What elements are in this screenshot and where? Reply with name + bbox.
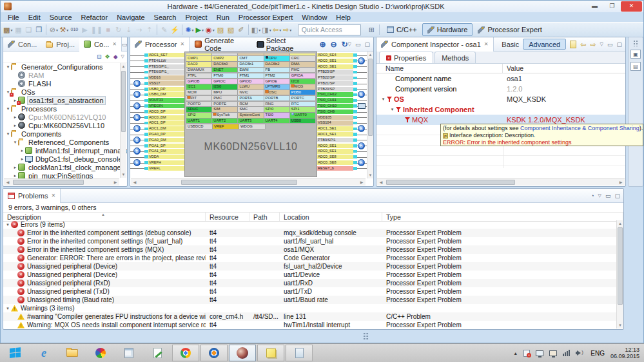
- tree-item-clockman1-fsl-clock-manager[interactable]: ▸clockMan1:fsl_clock_manager: [3, 163, 127, 171]
- component-bean-icon[interactable]: B: [358, 142, 365, 149]
- tree-expander-icon[interactable]: ▾: [12, 140, 18, 145]
- close-tab-icon[interactable]: ✕: [112, 41, 117, 47]
- peripheral-adc1[interactable]: [186, 53, 211, 55]
- pin-pte4-llw[interactable]: PTE4/LLW: [144, 59, 184, 63]
- scroll-right-arrow[interactable]: ▶: [359, 179, 364, 186]
- tab-methods[interactable]: Methods: [434, 52, 476, 63]
- component-bean-icon[interactable]: B: [133, 137, 141, 144]
- peripheral-i2c0[interactable]: I2C0: [290, 79, 315, 84]
- peripheral-vref[interactable]: VREF: [213, 124, 239, 129]
- generate-code-button[interactable]: Generate Code: [195, 37, 252, 52]
- tree-expander-icon[interactable]: ▸: [19, 157, 25, 162]
- taskbar-notepad[interactable]: [286, 345, 313, 361]
- menu-file[interactable]: File: [3, 14, 24, 21]
- pin-pga1-dp[interactable]: PGA1_DP: [144, 144, 184, 148]
- tree-item-components[interactable]: ▾Components: [3, 129, 127, 138]
- scroll-thumb[interactable]: [13, 180, 84, 185]
- tree-expander-icon[interactable]: ▸: [12, 115, 18, 120]
- pin-ptb21-sp[interactable]: PTB21/SP: [317, 81, 357, 86]
- minimized-view-icon[interactable]: ▤: [630, 62, 641, 71]
- network-icon[interactable]: [563, 350, 570, 356]
- forward-button[interactable]: ⇨▾: [282, 24, 293, 35]
- peripheral-mcm[interactable]: MCM: [186, 90, 211, 95]
- peripheral-dac0[interactable]: DAC0: [186, 62, 211, 66]
- dropdown-arrow-icon[interactable]: ▾: [66, 28, 68, 32]
- pin-adc1-dm[interactable]: ADC1_DM: [144, 126, 184, 131]
- perspective-hardware[interactable]: Hardware: [422, 23, 473, 36]
- zoom-out-icon[interactable]: ⊖: [330, 40, 337, 49]
- menu-edit[interactable]: Edit: [24, 14, 45, 21]
- dropdown-arrow-icon[interactable]: ▾: [259, 28, 260, 32]
- taskbar-media-app[interactable]: [87, 345, 114, 361]
- quick-access-input[interactable]: Quick Access: [298, 24, 361, 35]
- problem-row[interactable]: ✕Unassigned peripheral (TxD)tt4uart1/TxD…: [3, 287, 616, 296]
- peripheral-sdhc[interactable]: SDHC: [186, 107, 211, 111]
- processor-vscrollbar[interactable]: ▲ ▼: [367, 52, 373, 178]
- property-row-component-name[interactable]: Component nameosa1: [376, 73, 625, 84]
- component-bean-icon[interactable]: B: [358, 91, 365, 98]
- taskbar-scheduler-app[interactable]: [115, 345, 142, 361]
- peripheral-uart2[interactable]: UART2: [212, 119, 237, 123]
- pin-pga1-dm[interactable]: PGA1_DM: [144, 149, 184, 153]
- tree-expander-icon[interactable]: ▸: [19, 148, 25, 153]
- tab-problems[interactable]: Problems ✕: [3, 189, 61, 203]
- view-menu-icon[interactable]: ▽: [121, 53, 124, 61]
- component-categories-icon[interactable]: ❖: [105, 53, 110, 61]
- refresh-icon[interactable]: ↻: [342, 40, 348, 49]
- pin-usb0-dp[interactable]: USB0_DP: [144, 87, 184, 91]
- scroll-down-arrow[interactable]: ▼: [617, 322, 623, 329]
- taskbar-kinetis-design-studio[interactable]: [229, 345, 256, 361]
- pin-adc0-se8[interactable]: ADC0_SE8: [317, 160, 357, 165]
- scroll-left-arrow[interactable]: ◀: [132, 179, 137, 186]
- minimize-view-icon[interactable]: ▭: [122, 41, 128, 48]
- property-row-inherited-component[interactable]: ▾Inherited Component: [376, 104, 625, 115]
- peripheral-llwu[interactable]: LLWU: [238, 84, 263, 89]
- language-indicator[interactable]: ENG: [590, 350, 605, 357]
- clock[interactable]: 12:13 06.09.2015: [610, 347, 639, 359]
- peripheral-dac6b0[interactable]: DAC6b0: [212, 62, 237, 66]
- minimize-button[interactable]: ▬: [586, 1, 603, 12]
- tab-proj[interactable]: Proj...: [41, 37, 79, 52]
- peripheral-gpiod[interactable]: GPIOD: [238, 79, 263, 84]
- pin-vrefl[interactable]: VREFL: [144, 166, 184, 171]
- peripheral-ftm1[interactable]: FTM1: [238, 73, 263, 78]
- pause-button[interactable]: ❚❚: [90, 24, 102, 35]
- pin-vdd16[interactable]: VDD16: [144, 75, 184, 80]
- pin-vss17[interactable]: VSS17: [144, 81, 184, 86]
- problem-group-warnings-3-items[interactable]: ▾!Warnings (3 items): [3, 304, 616, 312]
- menu-search[interactable]: Search: [150, 14, 181, 21]
- mark-occurrences-button[interactable]: ✎: [159, 24, 170, 35]
- scroll-up-arrow[interactable]: ▲: [367, 52, 373, 58]
- peripheral-i2s0[interactable]: I2S0: [212, 84, 237, 89]
- component-bean-icon[interactable]: B: [133, 159, 141, 166]
- export-page-icon[interactable]: [570, 41, 576, 48]
- hidden-icons-chevron[interactable]: ▲: [513, 351, 518, 356]
- tree-item-referenced-components[interactable]: ▾Referenced_Components: [3, 138, 127, 146]
- maximize-view-icon[interactable]: ▢: [364, 41, 370, 48]
- debug-console-icon[interactable]: [358, 103, 366, 109]
- group-expander-icon[interactable]: ▾: [5, 304, 11, 312]
- peripheral-spi2[interactable]: SPI2: [186, 113, 211, 117]
- run-as-button[interactable]: ▶▾: [195, 24, 205, 35]
- title-bar[interactable]: Hardware - tt4/Generated_Code/pitTimer1.…: [1, 1, 643, 12]
- pin-tsi0-ch10[interactable]: TSI0_CH10: [317, 104, 357, 108]
- tree-expander-icon[interactable]: ▸: [12, 173, 18, 178]
- sash-drag-handle[interactable]: [363, 332, 369, 340]
- tab-properties[interactable]: ✕ Properties: [379, 52, 433, 63]
- component-bean-icon[interactable]: B: [358, 57, 365, 64]
- minimize-view-icon[interactable]: ▭: [355, 41, 361, 48]
- restore-button[interactable]: ❐: [603, 1, 621, 12]
- tree-item-osa1-fsl-os-abstraction[interactable]: ▸osa1:fsl_os_abstraction: [3, 96, 127, 104]
- basic-toggle[interactable]: Basic: [502, 41, 519, 48]
- peripheral-portc[interactable]: PORTC: [290, 96, 315, 100]
- taskbar-chrome[interactable]: [172, 345, 199, 361]
- peripheral-ftfl[interactable]: FTFL: [186, 73, 211, 78]
- group-expander-icon[interactable]: ▾: [5, 220, 11, 229]
- new-wizard-button[interactable]: ▩▾: [3, 24, 13, 35]
- pin-adc0-se1[interactable]: ADC0_SE1: [317, 64, 357, 69]
- peripheral-osc[interactable]: OSC: [264, 90, 289, 95]
- peripheral-ftm2[interactable]: FTM2: [264, 73, 289, 78]
- pin-usb0-dm[interactable]: USB0_DM: [144, 92, 184, 97]
- restore-views-icon[interactable]: ▣: [630, 50, 641, 59]
- peripheral-enet[interactable]: ENET: [212, 68, 237, 72]
